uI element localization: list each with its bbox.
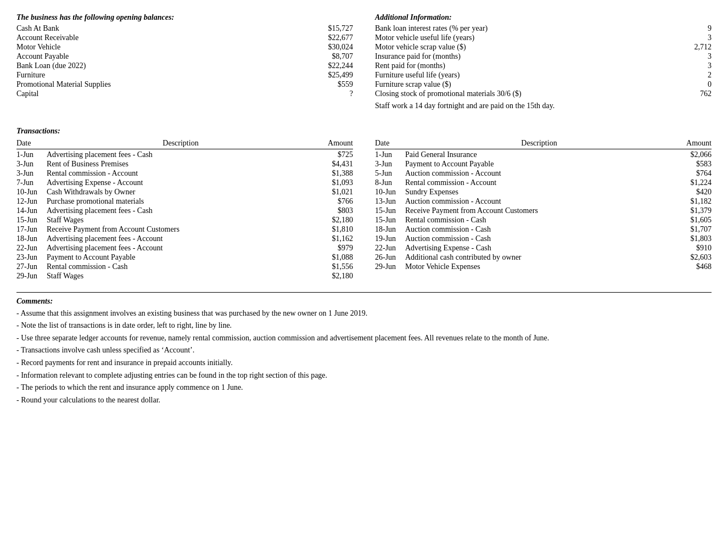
comment-line: - Record payments for rent and insurance… — [16, 357, 712, 368]
tx-desc: Cash Withdrawals by Owner — [47, 188, 315, 197]
tx-date: 15-Jun — [375, 216, 405, 225]
info-label: Motor vehicle scrap value ($) — [375, 43, 684, 52]
transaction-row: 8-JunRental commission - Account$1,224 — [375, 178, 712, 187]
transaction-row: 26-JunAdditional cash contributed by own… — [375, 253, 712, 262]
tx-desc: Advertising Expense - Account — [47, 178, 315, 187]
balance-label: Promotional Material Supplies — [16, 80, 315, 89]
tx-date: 15-Jun — [375, 206, 405, 215]
tx-desc: Rental commission - Account — [405, 178, 673, 187]
tx-left-rows: 1-JunAdvertising placement fees - Cash$7… — [16, 150, 353, 281]
tx-date: 18-Jun — [16, 234, 47, 243]
tx-date: 26-Jun — [375, 253, 405, 262]
comment-line: - Note the list of transactions is in da… — [16, 320, 712, 331]
transaction-row: 22-JunAdvertising placement fees - Accou… — [16, 244, 353, 253]
opening-balance-row: Furniture$25,499 — [16, 71, 353, 80]
info-row: Motor vehicle useful life (years)3 — [375, 33, 712, 42]
tx-amount: $1,556 — [315, 262, 353, 271]
opening-balance-row: Cash At Bank$15,727 — [16, 24, 353, 33]
info-label: Furniture useful life (years) — [375, 71, 684, 80]
tx-left-header-date: Date — [16, 139, 47, 148]
transaction-row: 23-JunPayment to Account Payable$1,088 — [16, 253, 353, 262]
info-row: Bank loan interest rates (% per year)9 — [375, 24, 712, 33]
tx-amount: $1,162 — [315, 234, 353, 243]
top-section: The business has the following opening b… — [16, 13, 712, 111]
transaction-row: 18-JunAdvertising placement fees - Accou… — [16, 234, 353, 243]
tx-desc: Rent of Business Premises — [47, 160, 315, 169]
info-value: 9 — [684, 24, 712, 33]
info-row: Closing stock of promotional materials 3… — [375, 89, 712, 98]
tx-amount: $1,088 — [315, 253, 353, 262]
additional-info-title: Additional Information: — [375, 13, 712, 22]
tx-desc: Receive Payment from Account Customers — [47, 225, 315, 234]
comments-section: Comments: - Assume that this assignment … — [16, 292, 712, 406]
transactions-left-table: Date Description Amount 1-JunAdvertising… — [16, 139, 353, 281]
tx-date: 3-Jun — [16, 169, 47, 178]
tx-amount: $583 — [673, 160, 712, 169]
transaction-row: 15-JunRental commission - Cash$1,605 — [375, 216, 712, 225]
info-label: Furniture scrap value ($) — [375, 80, 684, 89]
info-row: Furniture useful life (years)2 — [375, 71, 712, 80]
tx-date: 12-Jun — [16, 197, 47, 206]
transaction-row: 18-JunAuction commission - Cash$1,707 — [375, 225, 712, 234]
transaction-row: 14-JunAdvertising placement fees - Cash$… — [16, 206, 353, 215]
info-value: 3 — [684, 61, 712, 70]
info-label: Closing stock of promotional materials 3… — [375, 89, 684, 98]
tx-desc: Paid General Insurance — [405, 150, 673, 159]
tx-date: 3-Jun — [375, 160, 405, 169]
opening-balances: The business has the following opening b… — [16, 13, 353, 111]
tx-desc: Advertising placement fees - Account — [47, 234, 315, 243]
tx-amount: $1,810 — [315, 225, 353, 234]
tx-amount: $1,388 — [315, 169, 353, 178]
info-row: Furniture scrap value ($)0 — [375, 80, 712, 89]
tx-date: 23-Jun — [16, 253, 47, 262]
balance-label: Motor Vehicle — [16, 43, 315, 52]
balance-label: Bank Loan (due 2022) — [16, 61, 315, 70]
balance-value: $559 — [315, 80, 353, 89]
balance-label: Furniture — [16, 71, 315, 80]
balance-value: ? — [315, 89, 353, 98]
tx-left-header: Date Description Amount — [16, 139, 353, 149]
tx-date: 5-Jun — [375, 169, 405, 178]
tx-desc: Advertising placement fees - Account — [47, 244, 315, 253]
opening-balance-row: Capital? — [16, 89, 353, 98]
transaction-row: 7-JunAdvertising Expense - Account$1,093 — [16, 178, 353, 187]
balance-label: Account Receivable — [16, 33, 315, 42]
tx-date: 7-Jun — [16, 178, 47, 187]
transaction-row: 1-JunAdvertising placement fees - Cash$7… — [16, 150, 353, 159]
transaction-row: 22-JunAdvertising Expense - Cash$910 — [375, 244, 712, 253]
tx-desc: Advertising placement fees - Cash — [47, 150, 315, 159]
tx-amount: $1,379 — [673, 206, 712, 215]
tx-desc: Motor Vehicle Expenses — [405, 262, 673, 271]
transaction-row: 3-JunRental commission - Account$1,388 — [16, 169, 353, 178]
info-row: Insurance paid for (months)3 — [375, 52, 712, 61]
tx-amount: $979 — [315, 244, 353, 253]
balance-label: Capital — [16, 89, 315, 98]
opening-balance-row: Bank Loan (due 2022)$22,244 — [16, 61, 353, 70]
info-value: 2 — [684, 71, 712, 80]
opening-balance-row: Promotional Material Supplies$559 — [16, 80, 353, 89]
tx-date: 8-Jun — [375, 178, 405, 187]
tx-desc: Staff Wages — [47, 272, 315, 281]
opening-balance-row: Account Receivable$22,677 — [16, 33, 353, 42]
tx-date: 10-Jun — [375, 188, 405, 197]
info-value: 3 — [684, 52, 712, 61]
balance-label: Account Payable — [16, 52, 315, 61]
tx-desc: Auction commission - Account — [405, 197, 673, 206]
tx-amount: $1,021 — [315, 188, 353, 197]
comment-line: - Transactions involve cash unless speci… — [16, 345, 712, 356]
tx-desc: Payment to Account Payable — [405, 160, 673, 169]
transaction-row: 3-JunPayment to Account Payable$583 — [375, 160, 712, 169]
tx-amount: $725 — [315, 150, 353, 159]
tx-amount: $766 — [315, 197, 353, 206]
comment-line: - Information relevant to complete adjus… — [16, 370, 712, 381]
comments-list: - Assume that this assignment involves a… — [16, 308, 712, 406]
transaction-row: 15-JunReceive Payment from Account Custo… — [375, 206, 712, 215]
balance-label: Cash At Bank — [16, 24, 315, 33]
opening-balance-row: Motor Vehicle$30,024 — [16, 43, 353, 52]
balance-value: $8,707 — [315, 52, 353, 61]
info-value: 0 — [684, 80, 712, 89]
transaction-row: 19-JunAuction commission - Cash$1,803 — [375, 234, 712, 243]
tx-date: 29-Jun — [375, 262, 405, 271]
transactions-section: Transactions: Date Description Amount 1-… — [16, 127, 712, 281]
tx-amount: $2,180 — [315, 272, 353, 281]
